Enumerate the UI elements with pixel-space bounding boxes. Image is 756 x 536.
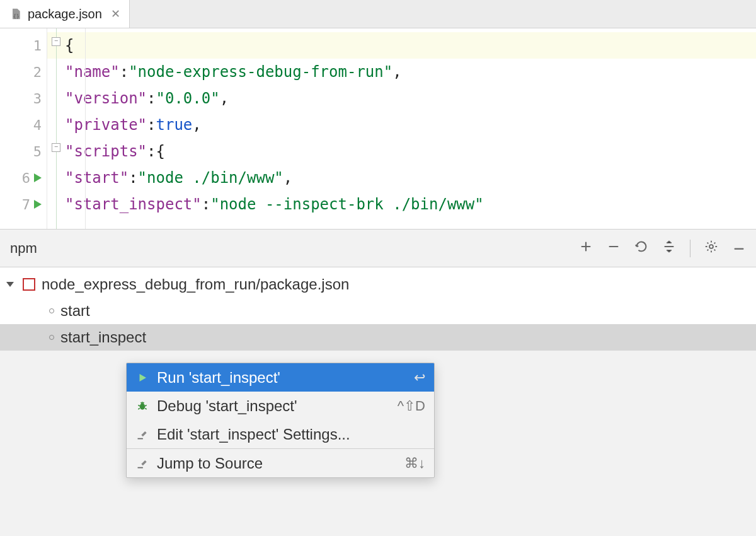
script-label: start_inspect (60, 329, 146, 346)
svg-point-1 (709, 245, 713, 248)
code-line[interactable]: { (47, 32, 756, 59)
menu-debug[interactable]: Debug 'start_inspect' ^⇧D (127, 392, 434, 420)
expand-collapse-icon[interactable] (662, 240, 676, 257)
svg-text:{}: {} (13, 13, 20, 20)
script-label: start (60, 302, 90, 320)
json-file-icon: {} (9, 7, 23, 21)
menu-label: Edit 'start_inspect' Settings... (157, 426, 425, 443)
line-number: 1 (29, 38, 42, 54)
chevron-down-icon[interactable] (6, 282, 14, 287)
minimize-icon[interactable] (732, 240, 746, 257)
bullet-icon (49, 308, 54, 313)
play-icon (135, 371, 149, 385)
npm-scripts-tree: node_express_debug_from_run/package.json… (0, 267, 756, 351)
script-item-start-inspect[interactable]: start_inspect (0, 324, 756, 351)
fold-stripe: − − (47, 28, 65, 229)
menu-edit-settings[interactable]: Edit 'start_inspect' Settings... (127, 420, 434, 448)
line-number: 5 (29, 144, 42, 160)
menu-label: Run 'start_inspect' (157, 369, 406, 387)
line-number: 2 (29, 64, 42, 80)
bullet-icon (49, 335, 54, 340)
context-menu: Run 'start_inspect' ↩ Debug 'start_inspe… (126, 363, 435, 478)
npm-icon (23, 278, 35, 291)
npm-tool-window: npm node_expr (0, 229, 756, 351)
menu-label: Debug 'start_inspect' (157, 397, 390, 415)
npm-tool-header: npm (0, 230, 756, 267)
add-icon[interactable] (579, 240, 593, 257)
tree-root[interactable]: node_express_debug_from_run/package.json (0, 271, 756, 298)
code-editor[interactable]: 1 2 3 4 5 6 7 − − { "name": "node-expres… (0, 28, 756, 229)
refresh-icon[interactable] (634, 240, 648, 257)
tool-title: npm (10, 240, 37, 257)
menu-shortcut: ↩ (414, 370, 425, 386)
editor-tabbar: {} package.json ✕ (0, 0, 756, 28)
line-number: 4 (29, 117, 42, 133)
script-item-start[interactable]: start (0, 298, 756, 324)
tree-root-label: node_express_debug_from_run/package.json (42, 276, 349, 293)
close-icon[interactable]: ✕ (111, 7, 120, 21)
edit-icon (135, 457, 149, 470)
editor-gutter: 1 2 3 4 5 6 7 (0, 28, 47, 229)
menu-label: Jump to Source (157, 455, 397, 472)
separator (690, 240, 690, 257)
menu-shortcut: ^⇧D (398, 398, 425, 414)
line-number: 3 (29, 91, 42, 107)
bug-icon (135, 399, 149, 413)
menu-shortcut: ⌘↓ (404, 455, 425, 472)
menu-run[interactable]: Run 'start_inspect' ↩ (127, 363, 434, 392)
minus-icon[interactable] (607, 240, 621, 257)
code-line[interactable]: "start_inspect": "node --inspect-brk ./b… (47, 191, 756, 218)
tool-actions (579, 240, 746, 257)
line-number: 7 (18, 197, 30, 213)
edit-icon (135, 428, 149, 441)
run-gutter-icon[interactable] (34, 200, 42, 209)
code-line[interactable]: "name": "node-express-debug-from-run", (47, 59, 756, 85)
fold-toggle-icon[interactable]: − (52, 143, 60, 152)
run-gutter-icon[interactable] (34, 173, 42, 182)
svg-point-2 (140, 403, 145, 409)
menu-jump-to-source[interactable]: Jump to Source ⌘↓ (127, 449, 434, 477)
code-line[interactable]: "scripts": { (47, 138, 756, 165)
gear-icon[interactable] (704, 240, 718, 257)
code-area[interactable]: − − { "name": "node-express-debug-from-r… (47, 28, 756, 229)
file-tab-package-json[interactable]: {} package.json ✕ (0, 0, 130, 28)
tab-title: package.json (28, 7, 102, 21)
fold-toggle-icon[interactable]: − (52, 37, 60, 46)
code-line[interactable]: "version": "0.0.0", (47, 85, 756, 112)
line-number: 6 (18, 170, 30, 186)
code-line[interactable]: "private": true, (47, 112, 756, 138)
code-line[interactable]: "start": "node ./bin/www", (47, 165, 756, 191)
